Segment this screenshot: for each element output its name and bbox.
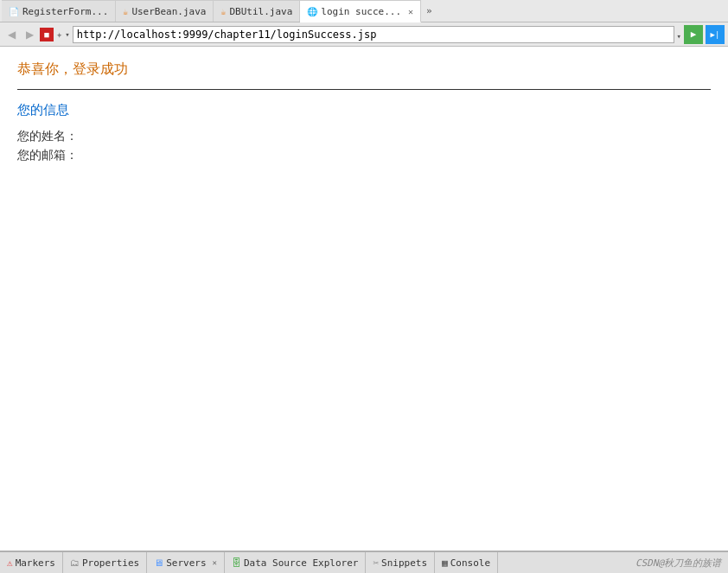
bottom-tab-markers[interactable]: ⚠ Markers <box>0 552 63 573</box>
tab-label: login succe... <box>321 6 401 17</box>
servers-close-btn[interactable]: ✕ <box>213 558 217 567</box>
name-label: 您的姓名： <box>17 129 711 144</box>
email-label: 您的邮箱： <box>17 148 711 163</box>
tab-bar: 📄 RegisterForm... ☕ UserBean.java ☕ DBUt… <box>0 0 728 22</box>
stop-button[interactable]: ■ <box>40 28 54 41</box>
servers-icon: 🖥 <box>154 557 163 569</box>
snippets-icon: ✂ <box>373 557 379 569</box>
browser-icon: 🌐 <box>307 7 317 16</box>
bottom-tab-label: Properties <box>82 557 139 569</box>
tab-login-success[interactable]: 🌐 login succe... ✕ <box>300 0 421 22</box>
bottom-tab-label: Console <box>450 557 490 569</box>
forward-button[interactable]: ▶ <box>22 27 37 42</box>
address-input[interactable] <box>73 26 674 43</box>
toolbar: ◀ ▶ ■ ✦ ▾ ▾ ▶ ▶| <box>0 22 728 47</box>
bottom-bar: ⚠ Markers 🗂 Properties 🖥 Servers ✕ 🗄 Dat… <box>0 551 728 573</box>
watermark: CSDN@秋刀鱼的族谱 <box>635 552 728 573</box>
page-title: 恭喜你，登录成功 <box>17 60 711 79</box>
tab-overflow-btn[interactable]: » <box>421 0 437 22</box>
file-icon: 📄 <box>9 7 19 16</box>
bottom-tab-label: Servers <box>166 557 206 569</box>
dropdown-icon[interactable]: ▾ <box>65 30 69 39</box>
bottom-tab-datasource[interactable]: 🗄 Data Source Explorer <box>225 552 366 573</box>
bottom-tab-label: Snippets <box>381 557 427 569</box>
page-area: 恭喜你，登录成功 您的信息 您的姓名： 您的邮箱： <box>0 47 728 181</box>
tab-userbean[interactable]: ☕ UserBean.java <box>116 0 214 22</box>
divider <box>17 89 711 90</box>
bottom-tab-label: Data Source Explorer <box>244 557 358 569</box>
back-button[interactable]: ◀ <box>3 27 19 42</box>
tab-register[interactable]: 📄 RegisterForm... <box>2 0 116 22</box>
bottom-tab-snippets[interactable]: ✂ Snippets <box>366 552 435 573</box>
tab-label: DBUtil.java <box>230 6 293 17</box>
tab-close-btn[interactable]: ✕ <box>408 7 413 16</box>
refresh-icon[interactable]: ✦ <box>56 29 62 41</box>
bottom-tab-servers[interactable]: 🖥 Servers ✕ <box>147 552 225 573</box>
markers-icon: ⚠ <box>7 557 13 569</box>
properties-icon: 🗂 <box>70 557 80 569</box>
bottom-tab-label: Markers <box>16 557 55 569</box>
java-icon-2: ☕ <box>220 7 226 16</box>
bottom-tab-console[interactable]: ▦ Console <box>435 552 498 573</box>
bookmark-button[interactable]: ▶| <box>706 25 725 44</box>
browser-content: 恭喜你，登录成功 您的信息 您的姓名： 您的邮箱： <box>0 47 728 551</box>
bottom-tab-properties[interactable]: 🗂 Properties <box>63 552 147 573</box>
tab-dbutil[interactable]: ☕ DBUtil.java <box>214 0 300 22</box>
datasource-icon: 🗄 <box>232 557 241 569</box>
tab-label: RegisterForm... <box>22 6 108 17</box>
console-icon: ▦ <box>442 557 448 569</box>
tab-label: UserBean.java <box>131 6 206 17</box>
section-title: 您的信息 <box>17 102 711 118</box>
java-icon: ☕ <box>123 7 128 16</box>
